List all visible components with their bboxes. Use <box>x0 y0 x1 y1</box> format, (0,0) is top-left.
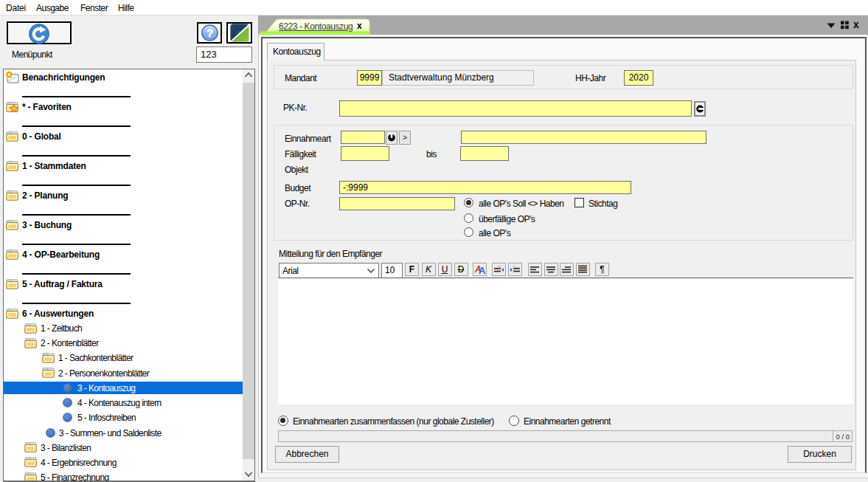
svg-text:?: ? <box>206 27 213 39</box>
svg-text:A: A <box>479 265 485 275</box>
